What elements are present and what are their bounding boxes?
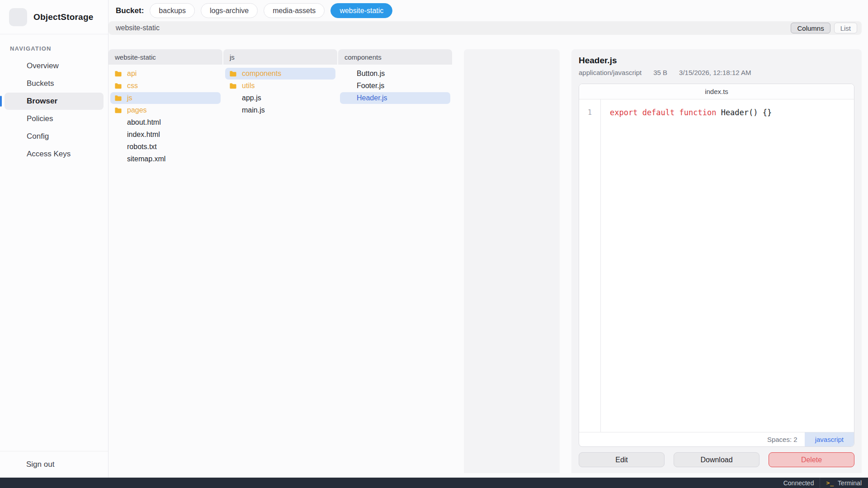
file-row-button-js[interactable]: Button.js — [340, 68, 450, 80]
bucket-chip-backups[interactable]: backups — [150, 3, 195, 18]
sign-out-label: Sign out — [26, 460, 54, 469]
bucket-chip-media-assets[interactable]: media-assets — [264, 3, 325, 18]
sign-out-button[interactable]: Sign out — [5, 457, 103, 472]
database-icon — [10, 79, 20, 89]
view-button-list[interactable]: List — [834, 23, 857, 33]
terminal-prompt-icon: >_ — [826, 479, 834, 486]
column-website-static: website-staticapicssjspagesabout.htmlind… — [108, 49, 222, 473]
sidebar-item-policies[interactable]: Policies — [5, 110, 104, 127]
folder-row-api[interactable]: api — [110, 68, 221, 80]
file-row-app-js[interactable]: app.js — [225, 92, 335, 104]
shield-icon — [10, 114, 20, 124]
file-row-main-js[interactable]: main.js — [225, 104, 335, 116]
folder-icon — [114, 94, 122, 102]
file-modified: 3/15/2026, 12:18:12 AM — [679, 69, 751, 76]
item-name: about.html — [127, 118, 161, 127]
editor-tab: index.ts — [579, 84, 854, 99]
view-toggle: ColumnsList — [791, 23, 857, 33]
file-row-index-html[interactable]: index.html — [110, 129, 221, 141]
sidebar-item-label: Access Keys — [27, 150, 71, 159]
folder-row-components[interactable]: components — [225, 68, 335, 80]
chevron-right-icon — [211, 108, 217, 113]
code-line: export default function Header() {} — [610, 106, 854, 119]
folder-icon — [229, 70, 237, 78]
file-size: 35 B — [653, 69, 667, 76]
file-title: Header.js — [579, 56, 854, 66]
sidebar-item-label: Buckets — [27, 79, 54, 88]
chevron-right-icon — [211, 83, 217, 89]
file-browser: website-staticapicssjspagesabout.htmlind… — [108, 49, 862, 473]
empty-column-placeholder — [464, 49, 560, 473]
item-name: main.js — [242, 106, 265, 114]
download-button[interactable]: Download — [674, 452, 760, 467]
app-logo: ObjectStorage — [0, 0, 108, 34]
folder-icon — [114, 70, 122, 78]
key-icon — [10, 150, 20, 159]
folder-row-js[interactable]: js — [110, 92, 221, 104]
bucket-toolbar: website-static ColumnsList — [108, 21, 862, 35]
app-window: ObjectStorage NAVIGATION OverviewBuckets… — [0, 0, 868, 478]
sidebar-item-overview[interactable]: Overview — [5, 57, 104, 75]
sidebar-item-label: Browser — [27, 97, 57, 106]
line-number: 1 — [579, 106, 600, 119]
item-name: app.js — [242, 94, 261, 102]
connection-label: Connected — [783, 479, 814, 487]
column-header: website-static — [108, 49, 222, 65]
sidebar-footer: Sign out — [0, 451, 108, 478]
folder-row-css[interactable]: css — [110, 80, 221, 92]
folder-row-utils[interactable]: utils — [225, 80, 335, 92]
terminal-label: Terminal — [838, 479, 862, 487]
chevron-right-icon — [326, 83, 331, 89]
miller-columns: website-staticapicssjspagesabout.htmlind… — [108, 49, 453, 473]
file-row-about-html[interactable]: about.html — [110, 117, 221, 128]
file-icon — [114, 131, 122, 139]
main-area: Bucket: backupslogs-archivemedia-assetsw… — [108, 0, 868, 478]
app-logo-icon — [9, 8, 27, 26]
status-bar: Connected >_ Terminal — [0, 478, 868, 488]
folder-icon — [229, 82, 237, 90]
chevron-right-icon — [211, 95, 217, 101]
sidebar-item-label: Overview — [27, 61, 59, 70]
file-row-header-js[interactable]: Header.js — [340, 92, 450, 104]
sidebar-item-access-keys[interactable]: Access Keys — [5, 145, 104, 163]
delete-button[interactable]: Delete — [769, 452, 854, 467]
item-name: js — [127, 94, 132, 102]
bucket-title: website-static — [116, 24, 160, 32]
view-button-columns[interactable]: Columns — [791, 23, 830, 33]
item-name: Button.js — [357, 70, 385, 78]
file-row-sitemap-xml[interactable]: sitemap.xml — [110, 153, 221, 165]
sidebar: ObjectStorage NAVIGATION OverviewBuckets… — [0, 0, 108, 478]
item-name: css — [127, 82, 138, 90]
item-name: Header.js — [357, 94, 387, 102]
connection-status: Connected — [773, 478, 814, 488]
sidebar-item-buckets[interactable]: Buckets — [5, 75, 104, 92]
language-badge: javascript — [805, 432, 854, 446]
folder-row-pages[interactable]: pages — [110, 104, 221, 116]
item-name: index.html — [127, 131, 160, 139]
file-icon — [114, 143, 122, 151]
sidebar-item-browser[interactable]: Browser — [5, 93, 104, 110]
edit-button[interactable]: Edit — [579, 452, 665, 467]
grid-icon — [10, 61, 20, 71]
item-name: sitemap.xml — [127, 155, 165, 163]
chevron-right-icon — [326, 71, 331, 77]
sidebar-item-config[interactable]: Config — [5, 128, 104, 145]
bucket-chip-website-static[interactable]: website-static — [330, 3, 392, 18]
terminal-toggle[interactable]: >_ Terminal — [826, 478, 862, 488]
code-content: export default function Header() {} — [601, 99, 854, 432]
file-row-robots-txt[interactable]: robots.txt — [110, 141, 221, 153]
file-content-type: application/javascript — [579, 69, 642, 76]
file-icon — [114, 119, 122, 127]
spaces-indicator: Spaces: 2 — [767, 436, 797, 443]
folder-open-icon — [10, 97, 20, 106]
chevron-right-icon — [211, 71, 217, 77]
file-icon — [344, 70, 352, 78]
gear-icon — [10, 132, 20, 141]
nav-section-label: NAVIGATION — [10, 45, 108, 52]
item-name: robots.txt — [127, 143, 157, 151]
bucket-chip-logs-archive[interactable]: logs-archive — [201, 3, 258, 18]
folder-icon — [114, 82, 122, 90]
file-row-footer-js[interactable]: Footer.js — [340, 80, 450, 92]
item-name: Footer.js — [357, 82, 384, 90]
bucket-chip-list: backupslogs-archivemedia-assetswebsite-s… — [150, 3, 392, 18]
